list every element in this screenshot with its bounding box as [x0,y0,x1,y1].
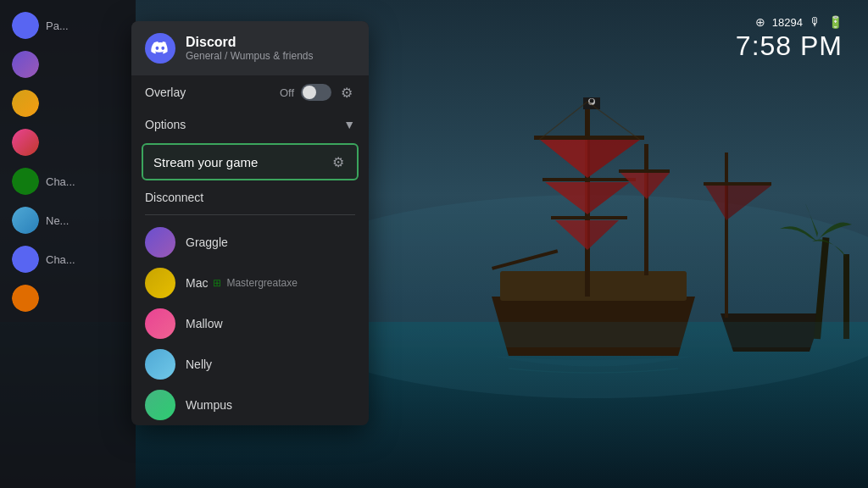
svg-rect-7 [551,216,627,219]
sidebar-label-6: Cha... [46,253,75,266]
hud-time: 7:58 PM [736,30,843,62]
sidebar-avatar-4 [12,168,39,195]
xbox-icon-mac: ⊞ [213,277,221,289]
discord-panel: Discord General / Wumpus & friends Overl… [131,21,369,425]
sidebar-avatar-6 [12,246,39,273]
member-name-area-graggle: Graggle [186,236,228,249]
discord-subtitle: General / Wumpus & friends [186,50,314,62]
chevron-down-icon: ▼ [343,118,355,131]
svg-rect-3 [500,271,687,301]
member-name-mallow: Mallow [186,317,223,330]
mic-icon: 🎙 [810,15,821,29]
sidebar-label-4: Cha... [46,175,75,188]
avatar-mac [145,268,175,298]
discord-title: Discord [186,35,314,50]
member-gamertag-mac: Mastergreataxe [226,277,297,289]
options-label: Options [145,118,343,131]
sidebar-label-5: Ne... [46,214,69,227]
battery-icon: 🔋 [828,15,843,29]
discord-title-block: Discord General / Wumpus & friends [186,35,314,62]
member-name-wumpus: Wumpus [186,398,232,412]
svg-rect-6 [542,178,636,181]
avatar-graggle [145,227,175,258]
overlay-toggle[interactable] [301,84,331,101]
svg-rect-11 [644,144,648,275]
svg-point-10 [590,99,594,103]
disconnect-button[interactable]: Disconnect [131,184,369,211]
member-row-graggle[interactable]: Graggle [131,222,369,263]
sidebar-item-3[interactable] [7,125,129,159]
avatar-wumpus [145,390,175,420]
overlay-label: Overlay [145,86,273,99]
svg-rect-17 [704,182,771,186]
sidebar-item-2[interactable] [7,86,129,120]
stream-settings-gear-icon[interactable]: ⚙ [330,153,347,170]
hud-top-row: ⊕ 18294 🎙 🔋 [736,15,843,29]
avatar-nelly [145,349,175,380]
sidebar-avatar-1 [12,51,39,78]
sidebar-item-1[interactable] [7,47,129,81]
overlay-row: Overlay Off ⚙ [131,75,369,109]
member-name-graggle: Graggle [186,236,228,249]
member-name-area-mac: Mac ⊞ Mastergreataxe [186,276,298,290]
member-row-mac[interactable]: Mac ⊞ Mastergreataxe [131,263,369,303]
disconnect-label: Disconnect [145,191,203,204]
sidebar-avatar-2 [12,90,39,117]
discord-header: Discord General / Wumpus & friends [131,21,369,75]
options-row[interactable]: Options ▼ [131,109,369,140]
hud: ⊕ 18294 🎙 🔋 7:58 PM [736,15,843,62]
member-name-nelly: Nelly [186,358,212,371]
sidebar-avatar-3 [12,129,39,156]
sidebar-avatar-5 [12,207,39,234]
member-row-nelly[interactable]: Nelly [131,344,369,385]
overlay-toggle-area[interactable]: Off [280,84,331,101]
svg-rect-16 [725,152,728,318]
members-divider [145,214,355,215]
member-row-wumpus[interactable]: Wumpus [131,385,369,425]
sidebar-item-4[interactable]: Cha... [7,164,129,198]
sidebar-item-7[interactable] [7,281,129,315]
svg-rect-12 [619,169,670,173]
avatar-mallow [145,308,175,339]
score-icon: ⊕ [755,15,765,29]
member-row-mallow[interactable]: Mallow [131,303,369,344]
overlay-toggle-state: Off [280,86,294,99]
sidebar-item-5[interactable]: Ne... [7,203,129,237]
discord-logo-icon [145,33,175,64]
stream-your-game-button[interactable]: Stream your game ⚙ [142,143,359,180]
sidebar-label-0: Pa... [46,19,69,32]
overlay-settings-gear-icon[interactable]: ⚙ [338,84,355,101]
member-name-mac: Mac [186,276,208,290]
sidebar-avatar-7 [12,285,39,312]
sidebar-item-6[interactable]: Cha... [7,242,129,276]
sidebar-avatar-0 [12,12,39,39]
sidebar-item-0[interactable]: Pa... [7,8,129,42]
hud-score: 18294 [772,16,803,29]
toggle-knob [303,86,316,99]
stream-label: Stream your game [153,155,330,169]
left-sidebar: Pa... Cha... Ne... Cha... [0,0,136,488]
svg-rect-5 [534,136,644,140]
